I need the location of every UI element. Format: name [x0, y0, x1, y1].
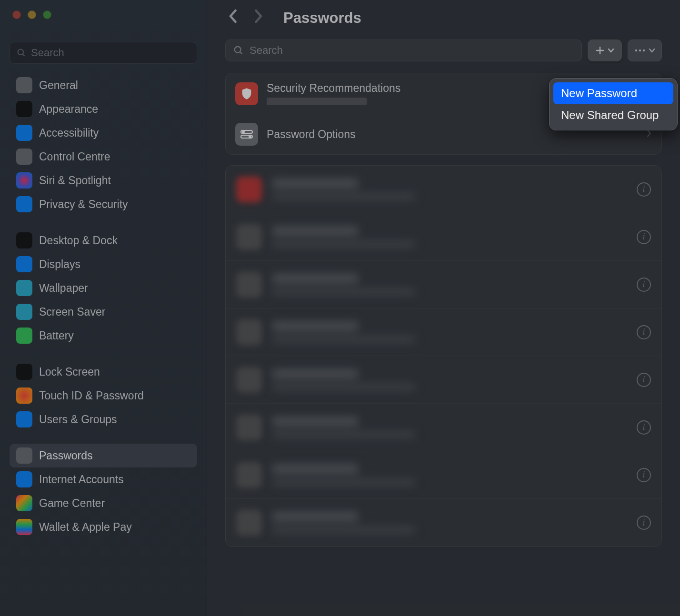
sidebar-item-wallpaper[interactable]: Wallpaper — [10, 276, 197, 300]
security-recommendations-subtitle-redacted — [267, 98, 367, 105]
password-entry-row[interactable] — [226, 308, 661, 356]
sidebar-item-label: Control Centre — [39, 150, 110, 163]
entry-text-redacted — [272, 274, 626, 296]
close-window-button[interactable] — [12, 10, 21, 19]
info-button[interactable] — [637, 468, 651, 482]
users-icon — [16, 411, 32, 427]
add-button[interactable] — [588, 40, 622, 61]
svg-point-7 — [639, 50, 641, 51]
appearance-icon — [16, 101, 32, 117]
wallet-icon — [16, 519, 32, 535]
minimize-window-button[interactable] — [28, 10, 36, 19]
sidebar-item-screensaver[interactable]: Screen Saver — [10, 300, 197, 324]
sidebar-item-general[interactable]: General — [10, 73, 197, 97]
shield-alert-icon — [235, 82, 258, 105]
controlcentre-icon — [16, 149, 32, 165]
sidebar-item-gamecenter[interactable]: Game Center — [10, 491, 197, 515]
toggles-icon — [235, 123, 258, 146]
sidebar-item-touchid[interactable]: Touch ID & Password — [10, 384, 197, 407]
site-favicon — [236, 415, 262, 440]
password-entry-row[interactable] — [226, 213, 661, 261]
svg-point-8 — [643, 50, 645, 51]
svg-line-1 — [23, 54, 25, 56]
wallpaper-icon — [16, 280, 32, 296]
password-entries-list — [225, 165, 662, 547]
sidebar-item-users[interactable]: Users & Groups — [10, 407, 197, 431]
passwords-icon — [16, 447, 32, 464]
entry-text-redacted — [272, 321, 626, 343]
password-entry-row[interactable] — [226, 451, 661, 499]
info-button[interactable] — [637, 278, 651, 292]
info-button[interactable] — [637, 182, 651, 197]
password-entry-row[interactable] — [226, 261, 661, 308]
accessibility-icon — [16, 125, 32, 141]
site-favicon — [236, 177, 262, 202]
sidebar-item-lockscreen[interactable]: Lock Screen — [10, 360, 197, 384]
password-entry-row[interactable] — [226, 356, 661, 404]
info-button[interactable] — [637, 230, 651, 244]
passwords-search-input[interactable]: Search — [225, 40, 582, 61]
sidebar-item-displays[interactable]: Displays — [10, 252, 197, 276]
svg-point-6 — [635, 50, 637, 51]
sidebar-item-passwords[interactable]: Passwords — [10, 444, 197, 467]
sidebar-item-label: Passwords — [39, 449, 92, 462]
sidebar-item-label: General — [39, 79, 78, 92]
svg-point-0 — [18, 50, 24, 55]
sidebar-item-wallet[interactable]: Wallet & Apple Pay — [10, 515, 197, 539]
site-favicon — [236, 367, 262, 393]
add-menu-item[interactable]: New Password — [553, 82, 673, 104]
info-button[interactable] — [637, 373, 651, 387]
passwords-search-placeholder: Search — [250, 44, 283, 57]
sidebar-item-accessibility[interactable]: Accessibility — [10, 121, 197, 145]
nav-forward-button[interactable] — [250, 9, 266, 27]
screensaver-icon — [16, 304, 32, 320]
sidebar-item-appearance[interactable]: Appearance — [10, 97, 197, 121]
entry-text-redacted — [272, 464, 626, 486]
sidebar-item-siri[interactable]: Siri & Spotlight — [10, 169, 197, 192]
internet-icon — [16, 471, 32, 487]
sidebar-search-input[interactable]: Search — [10, 42, 197, 64]
search-icon — [17, 48, 26, 58]
page-title: Passwords — [283, 10, 361, 27]
sidebar-item-label: Internet Accounts — [39, 473, 124, 486]
sidebar-item-label: Game Center — [39, 497, 105, 510]
password-entry-row[interactable] — [226, 166, 661, 213]
sidebar-item-battery[interactable]: Battery — [10, 324, 197, 348]
sidebar-item-label: Touch ID & Password — [39, 389, 144, 402]
info-button[interactable] — [637, 516, 651, 530]
plus-icon — [595, 46, 605, 55]
sidebar-item-label: Battery — [39, 329, 74, 342]
password-entry-row[interactable] — [226, 404, 661, 451]
add-menu-item[interactable]: New Shared Group — [553, 104, 673, 126]
chevron-down-icon — [608, 48, 614, 53]
chevron-left-icon — [229, 9, 238, 23]
sidebar-item-label: Displays — [39, 258, 80, 271]
sidebar-item-controlcentre[interactable]: Control Centre — [10, 145, 197, 169]
sidebar: Search GeneralAppearanceAccessibilityCon… — [0, 0, 207, 616]
nav-back-button[interactable] — [225, 9, 241, 27]
password-entry-row[interactable] — [226, 499, 661, 546]
search-icon — [233, 45, 244, 56]
maximize-window-button[interactable] — [43, 10, 51, 19]
info-button[interactable] — [637, 325, 651, 339]
sidebar-item-label: Appearance — [39, 103, 98, 116]
gamecenter-icon — [16, 495, 32, 511]
sidebar-item-internet[interactable]: Internet Accounts — [10, 467, 197, 491]
entry-text-redacted — [272, 417, 626, 438]
sidebar-item-privacy[interactable]: Privacy & Security — [10, 192, 197, 216]
more-button[interactable] — [628, 40, 662, 61]
sidebar-item-label: Users & Groups — [39, 413, 117, 426]
touchid-icon — [16, 387, 32, 404]
site-favicon — [236, 319, 262, 345]
sidebar-item-label: Accessibility — [39, 127, 99, 139]
svg-line-3 — [240, 52, 242, 54]
sidebar-item-label: Wallet & Apple Pay — [39, 521, 132, 534]
sidebar-item-label: Siri & Spotlight — [39, 174, 111, 187]
chevron-down-icon — [649, 48, 655, 53]
info-button[interactable] — [637, 420, 651, 435]
sidebar-item-desktop[interactable]: Desktop & Dock — [10, 229, 197, 252]
sidebar-item-label: Privacy & Security — [39, 198, 128, 211]
site-favicon — [236, 510, 262, 536]
lockscreen-icon — [16, 364, 32, 380]
sidebar-nav: GeneralAppearanceAccessibilityControl Ce… — [0, 73, 207, 539]
